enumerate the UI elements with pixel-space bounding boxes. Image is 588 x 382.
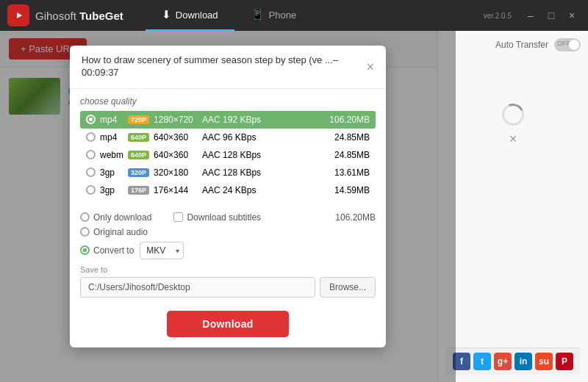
modal-close-button[interactable]: × xyxy=(366,60,374,73)
download-button-wrap: Download xyxy=(70,303,386,347)
savepath-section: Save to Browse... xyxy=(70,262,386,303)
convert-to-label: Convert to xyxy=(93,245,134,256)
quality-audio: AAC 192 KBps xyxy=(202,115,321,125)
quality-badge: 176P xyxy=(128,186,149,195)
social-linkedin-icon[interactable]: in xyxy=(514,353,532,370)
quality-resolution: 176×144 xyxy=(154,185,198,195)
savepath-input[interactable] xyxy=(80,277,315,298)
total-size: 106.20MB xyxy=(335,212,376,223)
auto-transfer-toggle[interactable]: OFF xyxy=(554,38,581,51)
savepath-label: Save to xyxy=(80,265,376,274)
download-subtitles-checkbox[interactable] xyxy=(173,212,183,222)
left-panel: + Paste URL 2 Mb... 🌐 https://... Analyz… xyxy=(0,31,437,382)
quality-audio: AAC 128 KBps xyxy=(202,150,321,160)
modal-title: How to draw scenery of summer season ste… xyxy=(82,54,360,79)
minimize-button[interactable]: – xyxy=(522,8,539,23)
quality-size: 24.85MB xyxy=(326,132,370,143)
nav-tabs: ⬇ Download 📱 Phone xyxy=(146,0,312,31)
tab-phone[interactable]: 📱 Phone xyxy=(234,0,313,31)
right-panel: Auto Transfer OFF × ftg+insuP xyxy=(437,31,588,382)
quality-row[interactable]: 3gp 176P 176×144 AAC 24 KBps 14.59MB xyxy=(80,181,376,199)
main-area: + Paste URL 2 Mb... 🌐 https://... Analyz… xyxy=(0,31,588,382)
quality-resolution: 640×360 xyxy=(154,150,198,160)
quality-row[interactable]: mp4 720P 1280×720 AAC 192 KBps 106.20MB xyxy=(80,111,376,129)
tab-phone-label: Phone xyxy=(269,10,297,21)
tab-download-label: Download xyxy=(176,10,218,21)
convert-format-select[interactable]: MKVMP4AVIMOVMP3AAC xyxy=(140,242,184,259)
quality-format: mp4 xyxy=(100,115,123,125)
option-row-1: Only download Download subtitles 106.20M… xyxy=(80,212,376,223)
version-label: ver.2.0.5 xyxy=(484,12,512,20)
quality-resolution: 640×360 xyxy=(154,132,198,143)
quality-badge: 640P xyxy=(128,151,149,159)
option-row-3: Convert to MKVMP4AVIMOVMP3AAC xyxy=(80,242,376,259)
quality-list: mp4 720P 1280×720 AAC 192 KBps 106.20MB … xyxy=(80,111,376,199)
quality-size: 14.59MB xyxy=(326,185,370,195)
quality-dialog: How to draw scenery of summer season ste… xyxy=(70,46,386,347)
quality-radio xyxy=(86,167,96,177)
phone-tab-icon: 📱 xyxy=(251,8,265,21)
savepath-row: Browse... xyxy=(80,277,376,298)
cancel-loading-button[interactable]: × xyxy=(509,131,517,147)
modal-header: How to draw scenery of summer season ste… xyxy=(70,46,386,89)
close-button[interactable]: × xyxy=(563,8,581,23)
download-tab-icon: ⬇ xyxy=(162,8,171,21)
social-twitter-icon[interactable]: t xyxy=(473,353,491,370)
convert-to-option[interactable]: Convert to xyxy=(80,245,134,256)
social-bar: ftg+insuP xyxy=(445,347,581,375)
tab-download[interactable]: ⬇ Download xyxy=(146,0,234,31)
original-audio-radio[interactable] xyxy=(80,227,90,237)
original-audio-label: Original audio xyxy=(93,227,148,237)
convert-to-radio[interactable] xyxy=(80,245,90,255)
social-pinterest-icon[interactable]: P xyxy=(556,353,573,370)
quality-section: choose quality mp4 720P 1280×720 AAC 192… xyxy=(70,89,386,206)
window-controls: ver.2.0.5 – □ × xyxy=(484,8,581,23)
titlebar: Gihosoft TubeGet ⬇ Download 📱 Phone ver.… xyxy=(0,0,588,31)
quality-audio: AAC 96 KBps xyxy=(202,132,321,143)
app-name: Gihosoft TubeGet xyxy=(35,10,123,22)
quality-radio xyxy=(86,115,96,124)
options-section: Only download Download subtitles 106.20M… xyxy=(70,206,386,262)
convert-format-wrapper: MKVMP4AVIMOVMP3AAC xyxy=(140,242,184,259)
quality-row[interactable]: webm 640P 640×360 AAC 128 KBps 24.85MB xyxy=(80,146,376,164)
quality-badge: 720P xyxy=(128,115,149,124)
auto-transfer-row: Auto Transfer OFF xyxy=(445,38,581,51)
quality-format: 3gp xyxy=(100,185,123,195)
quality-audio: AAC 128 KBps xyxy=(202,167,321,178)
quality-size: 13.61MB xyxy=(326,167,370,178)
quality-format: webm xyxy=(100,150,123,160)
quality-radio xyxy=(86,150,96,159)
quality-badge: 320P xyxy=(128,168,149,177)
original-audio-option[interactable]: Original audio xyxy=(80,227,148,237)
maximize-button[interactable]: □ xyxy=(542,8,560,23)
quality-format: mp4 xyxy=(100,132,123,143)
social-google-icon[interactable]: g+ xyxy=(494,353,512,370)
download-subtitles-label: Download subtitles xyxy=(187,212,261,223)
quality-audio: AAC 24 KBps xyxy=(202,185,321,195)
browse-button[interactable]: Browse... xyxy=(320,277,376,298)
auto-transfer-label: Auto Transfer xyxy=(495,40,548,50)
loading-spinner xyxy=(499,101,527,129)
quality-resolution: 1280×720 xyxy=(154,115,198,125)
social-stumble-icon[interactable]: su xyxy=(535,353,553,370)
quality-radio xyxy=(86,185,96,195)
quality-row[interactable]: mp4 640P 640×360 AAC 96 KBps 24.85MB xyxy=(80,129,376,146)
quality-row[interactable]: 3gp 320P 320×180 AAC 128 KBps 13.61MB xyxy=(80,164,376,181)
quality-resolution: 320×180 xyxy=(154,167,198,178)
download-button[interactable]: Download xyxy=(167,311,288,337)
toggle-knob xyxy=(569,40,579,50)
only-download-option[interactable]: Only download xyxy=(80,212,151,223)
quality-radio xyxy=(86,132,96,142)
only-download-label: Only download xyxy=(93,212,151,223)
app-logo xyxy=(7,4,29,26)
quality-size: 106.20MB xyxy=(326,115,370,125)
quality-format: 3gp xyxy=(100,167,123,178)
option-row-2: Original audio xyxy=(80,227,376,237)
modal-overlay: How to draw scenery of summer season ste… xyxy=(0,31,456,382)
quality-badge: 640P xyxy=(128,133,149,142)
loading-area: × xyxy=(445,51,581,200)
only-download-radio[interactable] xyxy=(80,212,90,222)
quality-section-label: choose quality xyxy=(80,96,376,107)
download-subtitles-option[interactable]: Download subtitles xyxy=(173,212,261,223)
quality-size: 24.85MB xyxy=(326,150,370,160)
